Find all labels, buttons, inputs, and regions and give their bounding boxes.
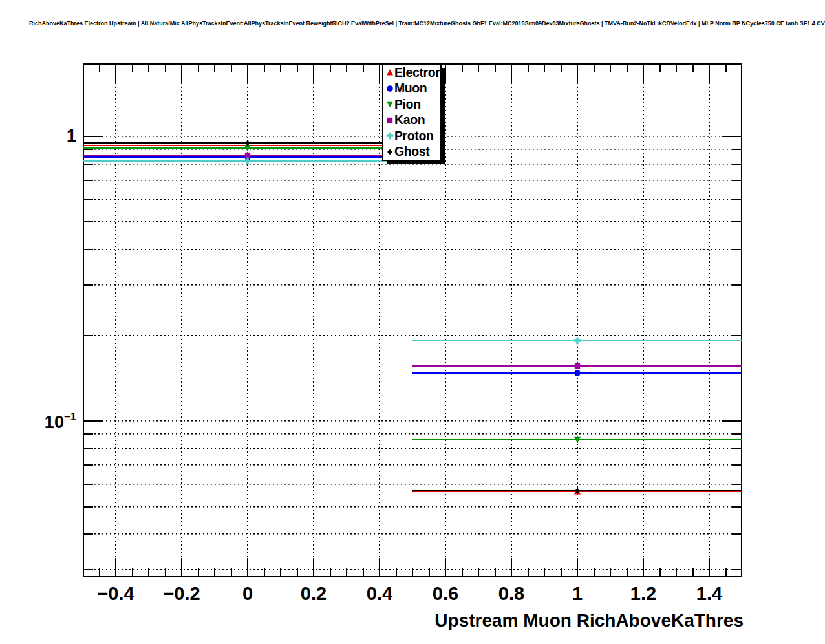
y-tick-right — [732, 569, 742, 570]
x-minor-tick-top — [528, 63, 529, 72]
y-tick-left — [83, 136, 103, 137]
x-minor-tick-top — [725, 63, 727, 72]
series-marker-kaon — [573, 362, 581, 370]
y-tick-left — [83, 284, 93, 286]
x-minor-tick-bottom — [561, 568, 562, 577]
x-minor-tick-top — [264, 63, 265, 72]
x-tick-bottom — [577, 558, 578, 577]
y-tick-right — [732, 506, 742, 508]
x-tick-top — [181, 63, 182, 83]
x-minor-tick-top — [692, 63, 694, 72]
x-tick-bottom — [445, 558, 446, 577]
x-minor-tick-bottom — [231, 568, 232, 577]
y-tick-left — [83, 533, 93, 535]
y-tick-left — [83, 199, 93, 200]
x-tick-label: 1.2 — [630, 583, 656, 605]
y-tick-left — [83, 433, 93, 435]
muon-marker-icon — [385, 85, 394, 92]
x-minor-tick-bottom — [132, 568, 133, 577]
legend-item-pion: Pion — [383, 96, 440, 113]
x-tick-top — [709, 63, 710, 83]
y-tick-left — [83, 335, 93, 336]
x-tick-label: 0.8 — [498, 583, 524, 605]
x-minor-tick-bottom — [280, 568, 281, 577]
x-tick-label: 1.4 — [696, 583, 722, 605]
x-minor-tick-bottom — [99, 568, 100, 577]
y-tick-right — [732, 249, 742, 250]
y-tick-right — [732, 284, 742, 286]
x-minor-tick-top — [214, 63, 215, 72]
series-marker-ghost — [244, 139, 252, 147]
y-tick-right — [732, 448, 742, 449]
x-minor-tick-bottom — [346, 568, 347, 577]
proton-marker-icon — [385, 132, 394, 140]
series-marker-ghost — [573, 487, 581, 495]
y-tick-left — [83, 506, 93, 508]
x-tick-bottom — [709, 558, 710, 577]
x-minor-tick-top — [330, 63, 331, 72]
x-minor-tick-bottom — [544, 568, 545, 577]
x-minor-tick-bottom — [363, 568, 364, 577]
x-minor-tick-bottom — [725, 568, 727, 577]
kaon-marker-icon — [385, 116, 394, 124]
x-minor-tick-bottom — [495, 568, 496, 577]
y-axis-label-0p1: 10−1 — [45, 412, 76, 433]
y-tick-right — [732, 164, 742, 165]
x-tick-bottom — [643, 558, 644, 577]
series-marker-pion — [573, 436, 581, 444]
legend-label: Kaon — [394, 113, 425, 127]
x-tick-top — [115, 63, 116, 83]
y-tick-left — [83, 484, 93, 485]
y-tick-right — [722, 420, 742, 422]
x-minor-tick-top — [280, 63, 281, 72]
y-axis-label-1: 1 — [67, 125, 76, 146]
x-minor-tick-bottom — [198, 568, 199, 577]
y-tick-right — [732, 221, 742, 222]
x-minor-tick-top — [297, 63, 298, 72]
y-tick-left — [83, 221, 93, 222]
x-tick-top — [379, 63, 380, 83]
legend-item-electron: Electron — [383, 65, 440, 81]
x-minor-tick-top — [561, 63, 562, 72]
y-tick-left — [83, 420, 103, 422]
x-tick-bottom — [379, 558, 380, 577]
x-minor-tick-bottom — [692, 568, 694, 577]
x-tick-top — [313, 63, 314, 83]
legend-label: Pion — [394, 97, 421, 112]
y-tick-left — [83, 464, 93, 466]
x-tick-bottom — [247, 558, 248, 577]
electron-marker-icon — [385, 69, 394, 76]
x-minor-tick-bottom — [627, 568, 628, 577]
series-marker-proton — [573, 337, 581, 345]
y-tick-right — [732, 149, 742, 150]
x-tick-bottom — [313, 558, 314, 577]
x-minor-tick-top — [676, 63, 677, 72]
y-label-base: 10 — [45, 413, 64, 432]
y-tick-right — [732, 433, 742, 435]
x-minor-tick-bottom — [676, 568, 677, 577]
x-minor-tick-bottom — [214, 568, 215, 577]
y-tick-right — [732, 180, 742, 181]
x-minor-tick-bottom — [610, 568, 611, 577]
legend-item-proton: Proton — [383, 128, 440, 144]
legend-label: Ghost — [394, 144, 429, 159]
y-tick-right — [732, 484, 742, 485]
x-tick-label: 0.4 — [367, 583, 392, 605]
x-minor-tick-bottom — [412, 568, 413, 577]
legend-label: Muon — [394, 81, 427, 96]
x-minor-tick-top — [594, 63, 595, 72]
x-minor-tick-top — [462, 63, 463, 72]
x-minor-tick-top — [231, 63, 232, 72]
x-minor-tick-top — [495, 63, 496, 72]
x-minor-tick-top — [346, 63, 347, 72]
x-minor-tick-bottom — [297, 568, 298, 577]
x-tick-top — [577, 63, 578, 83]
x-minor-tick-bottom — [148, 568, 149, 577]
root-canvas: RichAboveKaThres Electron Upstream | All… — [0, 0, 825, 644]
x-tick-label: 0.6 — [433, 583, 458, 605]
y-tick-left — [83, 180, 93, 181]
x-minor-tick-top — [610, 63, 611, 72]
x-axis-title: Upstream Muon RichAboveKaThres — [434, 610, 744, 631]
x-minor-tick-bottom — [165, 568, 166, 577]
x-minor-tick-bottom — [264, 568, 265, 577]
